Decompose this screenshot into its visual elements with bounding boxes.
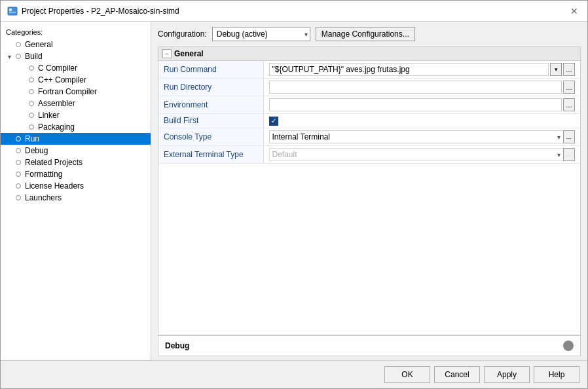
sidebar-item-label: Debug: [25, 146, 48, 155]
sidebar-item-label: Run: [25, 134, 39, 143]
console-type-select[interactable]: Internal Terminal External Terminal None: [269, 130, 576, 143]
main-panel: Configuration: Debug (active) Release Ma…: [151, 22, 587, 360]
config-bar: Configuration: Debug (active) Release Ma…: [151, 22, 587, 46]
field-label: External Terminal Type: [158, 145, 263, 163]
node-icon: [27, 64, 36, 73]
collapse-button[interactable]: −: [162, 49, 172, 58]
title-bar-left: Project Properties - P2_AP-Mosaico-sin-s…: [7, 6, 179, 16]
node-icon: [14, 134, 23, 143]
console-type-browse-btn[interactable]: …: [563, 130, 575, 143]
table-row: Build First ✓: [158, 114, 580, 128]
svg-rect-2: [9, 12, 16, 13]
sidebar-item-label: Packaging: [38, 122, 75, 132]
field-value-cell: Default …: [263, 145, 580, 163]
debug-section: Debug: [158, 335, 581, 356]
sidebar-item-label: C Compiler: [38, 64, 77, 73]
sidebar-item-packaging[interactable]: Packaging: [1, 121, 151, 133]
node-icon: [14, 181, 23, 191]
main-content: Categories: General ▾ Build C Compiler: [1, 22, 587, 360]
environment-input[interactable]: [269, 98, 562, 111]
sidebar-item-fortran-compiler[interactable]: Fortran Compiler: [1, 86, 151, 98]
config-label: Configuration:: [158, 29, 207, 39]
sidebar-item-label: Linker: [38, 111, 60, 120]
sidebar-item-label: Formatting: [25, 170, 62, 179]
build-first-checkbox[interactable]: ✓: [269, 117, 278, 126]
table-row: Run Directory …: [158, 79, 580, 96]
sidebar-item-run[interactable]: Run: [1, 133, 151, 145]
general-section-header: − General: [158, 47, 580, 61]
run-command-field: ▾ …: [269, 63, 576, 76]
table-row: Console Type Internal Terminal External …: [158, 128, 580, 145]
run-directory-input[interactable]: [269, 81, 562, 94]
table-row: External Terminal Type Default …: [158, 145, 580, 163]
sidebar: Categories: General ▾ Build C Compiler: [1, 22, 151, 360]
run-command-input[interactable]: [269, 63, 549, 76]
environment-browse-btn[interactable]: …: [563, 98, 575, 111]
sidebar-item-c-compiler[interactable]: C Compiler: [1, 62, 151, 74]
run-directory-field: …: [269, 81, 576, 94]
window-title: Project Properties - P2_AP-Mosaico-sin-s…: [22, 7, 179, 16]
field-label: Console Type: [158, 128, 263, 145]
title-bar: Project Properties - P2_AP-Mosaico-sin-s…: [1, 1, 587, 22]
table-row: Run Command ▾ …: [158, 61, 580, 79]
node-icon: [14, 146, 23, 155]
config-select[interactable]: Debug (active) Release: [212, 27, 310, 41]
field-value-cell: ✓: [263, 114, 580, 128]
sidebar-item-label: Assembler: [38, 99, 75, 108]
sidebar-item-launchers[interactable]: Launchers: [1, 192, 151, 204]
field-label: Environment: [158, 96, 263, 114]
node-icon: [27, 122, 36, 132]
apply-button[interactable]: Apply: [484, 366, 530, 383]
run-directory-browse-btn[interactable]: …: [563, 81, 575, 94]
node-icon: [27, 87, 36, 96]
sidebar-item-label: Related Projects: [25, 158, 83, 167]
expander-icon: ▾: [5, 53, 14, 60]
help-button[interactable]: Help: [534, 366, 579, 383]
run-command-browse-btn[interactable]: …: [563, 63, 575, 76]
sidebar-item-label: Fortran Compiler: [38, 87, 97, 96]
bottom-bar: OK Cancel Apply Help: [1, 360, 587, 388]
categories-label: Categories:: [1, 27, 151, 39]
sidebar-item-debug[interactable]: Debug: [1, 145, 151, 157]
field-value-cell: ▾ …: [263, 61, 580, 79]
ok-button[interactable]: OK: [384, 366, 430, 383]
field-value-cell: …: [263, 96, 580, 114]
external-terminal-type-select[interactable]: Default: [269, 148, 576, 161]
field-label: Run Directory: [158, 79, 263, 96]
run-command-dropdown-btn[interactable]: ▾: [550, 63, 562, 76]
field-value-cell: Internal Terminal External Terminal None…: [263, 128, 580, 145]
sidebar-item-linker[interactable]: Linker: [1, 109, 151, 121]
sidebar-item-cpp-compiler[interactable]: C++ Compiler: [1, 74, 151, 86]
sidebar-item-assembler[interactable]: Assembler: [1, 98, 151, 109]
environment-field: …: [269, 98, 576, 111]
section-title: General: [174, 49, 204, 58]
node-icon: [14, 170, 23, 179]
settings-table: Run Command ▾ … Run Directory: [158, 61, 580, 164]
external-terminal-type-browse-btn[interactable]: …: [563, 148, 575, 161]
config-select-wrapper: Debug (active) Release: [212, 27, 310, 41]
cancel-button[interactable]: Cancel: [434, 366, 480, 383]
sidebar-item-label: C++ Compiler: [38, 75, 86, 84]
field-label: Run Command: [158, 61, 263, 79]
node-icon: [27, 111, 36, 120]
sidebar-item-general[interactable]: General: [1, 39, 151, 50]
settings-area: − General Run Command ▾ …: [158, 46, 581, 335]
sidebar-item-related-projects[interactable]: Related Projects: [1, 157, 151, 168]
sidebar-item-license-headers[interactable]: License Headers: [1, 180, 151, 192]
sidebar-item-label: Build: [25, 52, 43, 61]
node-icon: [14, 52, 23, 61]
close-button[interactable]: ✕: [568, 5, 581, 18]
sidebar-item-label: License Headers: [25, 181, 84, 191]
project-icon: [7, 6, 18, 16]
node-icon: [27, 99, 36, 108]
sidebar-item-formatting[interactable]: Formatting: [1, 168, 151, 180]
node-icon: [14, 158, 23, 167]
sidebar-item-label: General: [25, 40, 53, 49]
node-icon: [27, 75, 36, 84]
sidebar-item-build[interactable]: ▾ Build: [1, 50, 151, 62]
console-type-wrapper: Internal Terminal External Terminal None…: [269, 130, 576, 143]
sidebar-item-label: Launchers: [25, 193, 62, 202]
field-value-cell: …: [263, 79, 580, 96]
manage-configurations-button[interactable]: Manage Configurations...: [316, 27, 415, 41]
node-icon: [14, 193, 23, 202]
